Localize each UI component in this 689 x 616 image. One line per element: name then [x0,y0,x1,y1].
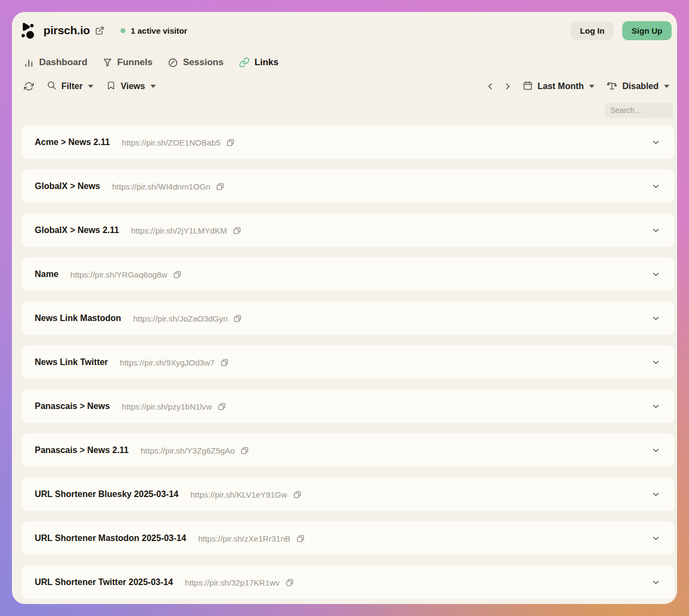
chevron-down-icon[interactable] [652,182,660,191]
copy-icon[interactable] [296,534,305,543]
link-row[interactable]: URL Shortener Twitter 2025-03-14 https:/… [22,565,674,599]
link-name: News Link Twitter [35,357,108,367]
filter-label: Filter [61,81,83,91]
views-dropdown[interactable]: Views [106,81,156,92]
main-nav: Dashboard Funnels Sessions [24,55,677,70]
link-url: https://pir.sh/KLV1eY91Gw [191,490,287,499]
link-url: https://pir.sh/32p17KR1wv [185,578,280,587]
copy-icon[interactable] [293,490,302,499]
link-row[interactable]: Panascais > News 2.11 https://pir.sh/Y3Z… [22,433,674,467]
chevron-down-icon[interactable] [652,578,660,587]
chevron-down-icon[interactable] [652,270,660,279]
link-name: Acme > News 2.11 [35,137,110,147]
link-row[interactable]: Name https://pir.sh/YRGaq6og8w [22,257,674,291]
links-list: Acme > News 2.11 https://pir.sh/ZOE1NOBa… [22,125,674,599]
link-name: Panascais > News 2.11 [35,445,129,455]
chevron-down-icon[interactable] [652,490,660,499]
chevron-down-icon[interactable] [652,446,660,455]
link-url: https://pir.sh/WI4dnm1OGn [112,182,210,191]
tab-funnels[interactable]: Funnels [103,57,153,68]
funnel-icon [103,58,112,67]
chevron-down-icon[interactable] [652,138,660,147]
link-row[interactable]: News Link Twitter https://pir.sh/9XygJOd… [22,345,674,379]
external-link-icon[interactable] [95,26,104,35]
date-range-dropdown[interactable]: Last Month [523,80,595,92]
site-title[interactable]: pirsch.io [43,24,90,37]
tab-links[interactable]: Links [239,57,279,68]
link-row[interactable]: URL Shortener Bluesky 2025-03-14 https:/… [22,477,674,511]
link-row[interactable]: News Link Mastodon https://pir.sh/JoZaO3… [22,301,674,335]
date-range-label: Last Month [538,81,584,91]
copy-icon[interactable] [220,358,229,367]
copy-icon[interactable] [285,578,294,587]
chevron-down-icon[interactable] [652,358,660,367]
copy-icon[interactable] [232,226,242,235]
link-name: URL Shortener Bluesky 2025-03-14 [35,489,179,499]
tab-label: Funnels [117,57,153,68]
topbar: pirsch.io 1 active visitor Log In Sign U… [20,18,672,42]
next-period-button[interactable] [503,82,512,91]
tab-label: Dashboard [39,57,87,68]
chevron-down-icon[interactable] [652,534,660,543]
link-name: News Link Mastodon [35,313,121,323]
link-row[interactable]: GlobalX > News 2.11 https://pir.sh/2jY1L… [22,213,674,247]
app-panel: pirsch.io 1 active visitor Log In Sign U… [12,12,677,604]
login-button[interactable]: Log In [571,21,614,40]
link-row[interactable]: URL Shortener Mastodon 2025-03-14 https:… [22,521,674,555]
pirsch-logo-icon [21,22,35,39]
link-url: https://pir.sh/zXe1Rr31nB [198,534,290,543]
caret-down-icon [664,85,669,88]
copy-icon[interactable] [216,182,225,191]
copy-icon[interactable] [226,138,235,147]
scale-icon [606,80,617,93]
copy-icon[interactable] [233,314,242,323]
bar-chart-icon [24,58,34,68]
copy-icon[interactable] [217,402,226,411]
link-name: URL Shortener Mastodon 2025-03-14 [35,533,186,543]
link-url: https://pir.sh/JoZaO3dGyn [133,314,227,323]
refresh-button[interactable] [24,81,34,91]
tab-dashboard[interactable]: Dashboard [24,57,87,68]
copy-icon[interactable] [240,446,249,455]
caret-down-icon [150,85,156,88]
tab-sessions[interactable]: Sessions [168,57,224,68]
calendar-icon [523,80,533,92]
link-url: https://pir.sh/pzy1bN1lvw [122,402,212,411]
prev-period-button[interactable] [486,82,495,91]
link-row[interactable]: Panascais > News https://pir.sh/pzy1bN1l… [22,389,674,423]
caret-down-icon [589,85,595,88]
chevron-right-icon [503,82,512,91]
search-input[interactable] [605,103,673,118]
active-visitor-dot [121,28,125,33]
link-row[interactable]: GlobalX > News https://pir.sh/WI4dnm1OGn [22,169,674,203]
active-visitors: 1 active visitor [121,26,187,35]
toolbar: Filter Views [24,79,669,93]
link-name: GlobalX > News [35,181,100,191]
refresh-icon [24,81,34,91]
search-row [12,103,673,118]
link-name: URL Shortener Twitter 2025-03-14 [35,577,173,587]
chevron-down-icon[interactable] [652,402,660,411]
link-row[interactable]: Acme > News 2.11 https://pir.sh/ZOE1NOBa… [22,125,674,159]
copy-icon[interactable] [173,270,182,279]
chevron-down-icon[interactable] [652,314,660,323]
status-filter-label: Disabled [622,81,659,91]
page-background: pirsch.io 1 active visitor Log In Sign U… [0,0,689,616]
tab-label: Links [255,57,279,68]
compass-icon [168,58,178,68]
search-icon [47,80,56,92]
signup-button[interactable]: Sign Up [622,21,672,40]
link-url: https://pir.sh/2jY1LMYdKM [131,226,227,235]
status-filter-dropdown[interactable]: Disabled [606,80,669,93]
views-label: Views [121,81,145,91]
chevron-left-icon [486,82,495,91]
tab-label: Sessions [183,57,224,68]
filter-dropdown[interactable]: Filter [47,80,93,92]
link-name: Panascais > News [35,401,110,411]
active-visitors-label: 1 active visitor [131,26,187,35]
chevron-down-icon[interactable] [652,226,660,235]
link-name: Name [35,269,59,279]
link-url: https://pir.sh/YRGaq6og8w [71,270,167,279]
link-name: GlobalX > News 2.11 [35,225,119,235]
link-url: https://pir.sh/9XygJOd3w7 [120,358,214,367]
